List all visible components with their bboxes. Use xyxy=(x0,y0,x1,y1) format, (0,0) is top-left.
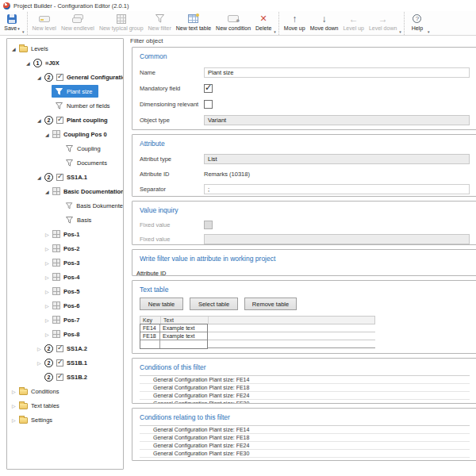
expander-icon[interactable] xyxy=(45,260,52,266)
condition-item[interactable]: General Configuration Plant size: FE30 xyxy=(140,400,470,404)
condition-item[interactable]: General Configuration Plant size: FE18 xyxy=(140,434,470,442)
expander-icon[interactable] xyxy=(37,117,44,123)
remove-table-button[interactable]: Remove table xyxy=(244,298,297,310)
table-row[interactable]: FE14 Example text xyxy=(140,324,207,332)
expander-icon[interactable] xyxy=(12,46,19,52)
expander-icon[interactable] xyxy=(45,132,52,137)
new-condition-button[interactable]: New condition xyxy=(213,12,253,35)
tree-item-pos-8[interactable]: Pos-8 xyxy=(7,327,123,341)
tree-item-coupling[interactable]: Coupling xyxy=(7,141,123,155)
text-cell[interactable]: Example text xyxy=(160,324,207,332)
tree-item-general-configuration[interactable]: 2 General Configuration xyxy=(7,70,123,84)
expander-icon[interactable] xyxy=(12,403,19,409)
select-table-button[interactable]: Select table xyxy=(190,298,238,310)
expander-icon[interactable] xyxy=(12,389,19,394)
expander-icon[interactable] xyxy=(45,189,52,194)
expander-icon[interactable] xyxy=(26,60,33,66)
text-cell[interactable]: Example text xyxy=(160,332,207,340)
tree-item-text-tables[interactable]: Text tables xyxy=(7,398,123,413)
expander-icon[interactable] xyxy=(12,417,19,423)
level-up-button[interactable]: ← Level up xyxy=(340,12,366,35)
tree-item-settings[interactable]: Settings xyxy=(7,413,123,427)
tree-item-pos-5[interactable]: Pos-5 xyxy=(7,284,123,298)
tree-item-basic-documentation[interactable]: Basic Documentation xyxy=(7,184,123,198)
tree-item-label: Plant coupling xyxy=(67,117,108,124)
tree-item-number-of-fields[interactable]: Number of fields xyxy=(7,98,123,113)
new-condition-icon xyxy=(228,15,239,22)
tree-item-plant-coupling[interactable]: 2 Plant coupling xyxy=(7,113,123,127)
new-typical-group-icon xyxy=(117,14,126,24)
expander-icon[interactable] xyxy=(45,332,52,337)
tree-item-basis[interactable]: Basis xyxy=(7,213,123,227)
save-dropdown-icon[interactable]: ▾ xyxy=(17,26,20,31)
tree-item-j0x[interactable]: 1 =J0X xyxy=(7,56,123,70)
tree-item-pos-6[interactable]: Pos-6 xyxy=(7,298,123,313)
expander-icon[interactable] xyxy=(37,75,44,80)
text-cell[interactable] xyxy=(160,340,207,348)
key-cell[interactable]: FE14 xyxy=(140,324,160,332)
tree-item-basis-dokumente[interactable]: Basis Dokumente xyxy=(7,198,123,213)
tree-item-pos-7[interactable]: Pos-7 xyxy=(7,313,123,327)
tree-checkbox[interactable] xyxy=(56,117,63,124)
tree-item-pos-1[interactable]: Pos-1 xyxy=(7,227,123,241)
separator-input[interactable]: ; xyxy=(204,184,470,194)
tree-item-ss1a2[interactable]: 2 SS1A.2 xyxy=(7,341,123,355)
expander-icon[interactable] xyxy=(45,317,52,323)
dimensioning-relevant-checkbox[interactable] xyxy=(204,100,213,109)
toolbar-overflow-icon[interactable]: ▾ xyxy=(274,29,276,34)
tree-item-ss1b1[interactable]: 2 SS1B.1 xyxy=(7,355,123,370)
new-level-button[interactable]: New level xyxy=(30,12,59,35)
expander-icon[interactable] xyxy=(37,360,44,366)
tree-item-conditions[interactable]: Conditions xyxy=(7,384,123,398)
tree-checkbox[interactable] xyxy=(56,74,63,81)
mandatory-field-checkbox[interactable] xyxy=(204,84,213,93)
expander-icon[interactable] xyxy=(45,289,52,294)
tree-checkbox[interactable] xyxy=(56,374,63,381)
tree-checkbox[interactable] xyxy=(56,345,63,352)
key-cell[interactable] xyxy=(140,340,160,348)
expander-icon[interactable] xyxy=(45,303,52,309)
condition-item[interactable]: General Configuration Plant size: FE14 xyxy=(140,376,470,384)
tree-item-pos-3[interactable]: Pos-3 xyxy=(7,255,123,270)
toolbar-overflow-icon[interactable]: ▾ xyxy=(22,29,25,34)
expander-icon[interactable] xyxy=(37,175,44,180)
new-endlevel-button[interactable]: New endlevel xyxy=(59,12,97,35)
tree-item-ss1b2[interactable]: 2 SS1B.2 xyxy=(7,370,123,384)
tree-checkbox[interactable] xyxy=(56,359,63,367)
new-filter-button[interactable]: New filter xyxy=(146,12,174,35)
table-row[interactable]: FE18 Example text xyxy=(140,332,207,340)
tree-item-pos-2[interactable]: Pos-2 xyxy=(7,241,123,255)
tree-item-coupling-pos-0[interactable]: Coupling Pos 0 xyxy=(7,127,123,141)
help-button[interactable]: ? Help xyxy=(407,12,428,35)
tree-item-documents[interactable]: Documents xyxy=(7,155,123,170)
toolbar-overflow-icon[interactable]: ▾ xyxy=(428,29,430,34)
title-bar: Project Builder - Configuration Editor (… xyxy=(0,0,476,11)
expander-icon[interactable] xyxy=(45,246,52,251)
toolbar-overflow-icon[interactable]: ▾ xyxy=(399,29,401,34)
level-down-button[interactable]: → Level down xyxy=(367,12,399,35)
tree-item-pos-4[interactable]: Pos-4 xyxy=(7,270,123,284)
tree-checkbox[interactable] xyxy=(56,174,63,181)
tree-item-ss1a1[interactable]: 2 SS1A.1 xyxy=(7,170,123,184)
tree-item-levels[interactable]: Levels xyxy=(7,41,123,56)
expander-icon[interactable] xyxy=(37,346,44,351)
condition-item[interactable]: General Configuration Plant size: FE24 xyxy=(140,392,470,400)
new-table-button[interactable]: New table xyxy=(140,298,183,310)
tree-item-label: SS1A.1 xyxy=(67,174,87,181)
move-up-button[interactable]: ↑ Move up xyxy=(282,12,308,35)
expander-icon[interactable] xyxy=(45,232,52,237)
condition-item[interactable]: General Configuration Plant size: FE24 xyxy=(140,442,470,450)
condition-item[interactable]: General Configuration Plant size: FE18 xyxy=(140,384,470,392)
condition-item[interactable]: General Configuration Plant size: FE30 xyxy=(140,450,470,458)
table-row[interactable] xyxy=(140,340,207,348)
tree-item-plant-size[interactable]: Plant size xyxy=(7,84,123,98)
name-input[interactable]: Plant size xyxy=(204,67,470,78)
expander-icon[interactable] xyxy=(45,274,52,280)
delete-button[interactable]: ✕ Delete xyxy=(253,12,274,35)
move-down-button[interactable]: ↓ Move down xyxy=(308,12,341,35)
new-text-table-button[interactable]: New text table xyxy=(174,12,213,35)
new-typical-group-button[interactable]: New typical group xyxy=(97,12,146,35)
condition-item[interactable]: General Configuration Plant size: FE14 xyxy=(140,426,470,434)
save-button[interactable]: Save▾ xyxy=(2,12,22,35)
key-cell[interactable]: FE18 xyxy=(140,332,160,340)
